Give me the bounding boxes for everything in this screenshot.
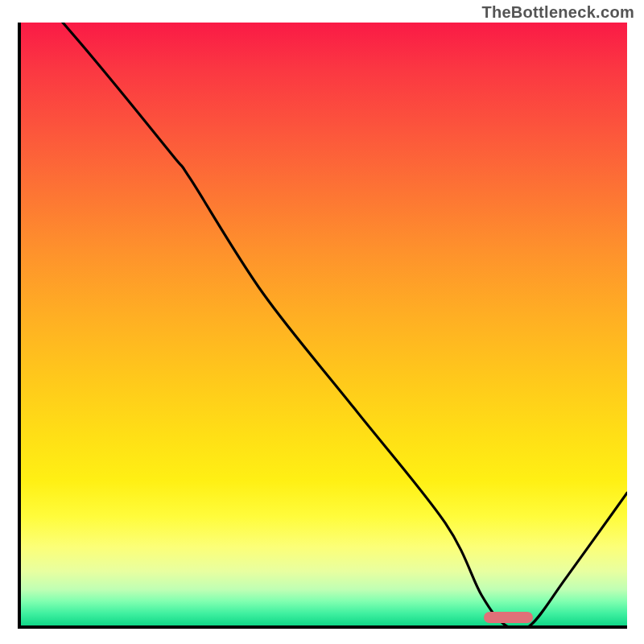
watermark-text: TheBottleneck.com	[481, 3, 634, 22]
chart-background-gradient	[21, 23, 627, 625]
chart-plot-area	[18, 23, 627, 629]
optimal-range-marker	[484, 612, 533, 623]
